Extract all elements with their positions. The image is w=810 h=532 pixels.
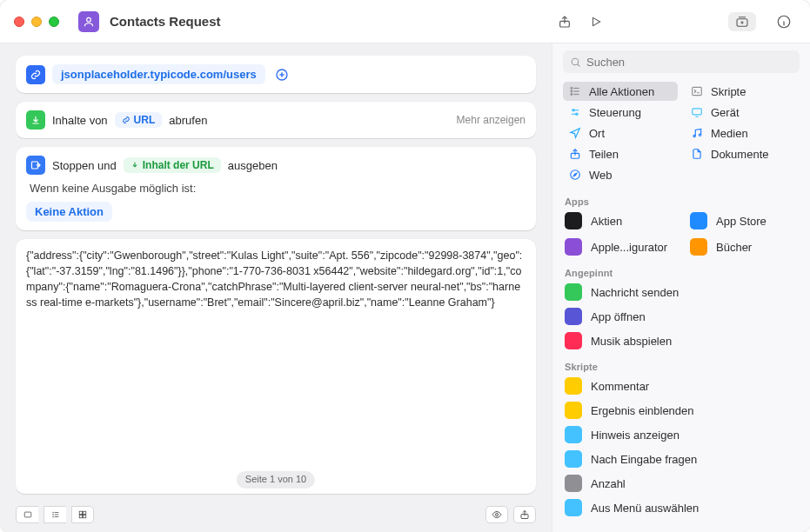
search-input[interactable] (586, 56, 793, 69)
bottom-toolbar (16, 502, 536, 523)
action-icon (565, 308, 582, 325)
location-icon (568, 126, 582, 140)
category-steuerung[interactable]: Steuerung (563, 103, 678, 122)
app-icon (565, 212, 582, 229)
action-icon (565, 402, 582, 419)
svg-rect-14 (83, 515, 85, 517)
svg-rect-7 (24, 512, 31, 517)
action-hinweis-anzeigen[interactable]: Hinweis anzeigen (552, 422, 810, 447)
download-icon (26, 110, 45, 130)
stop-post: ausgeben (228, 159, 278, 172)
action-musik-abspielen[interactable]: Musik abspielen (552, 329, 810, 353)
action-icon (565, 499, 582, 516)
category-gerät[interactable]: Gerät (685, 103, 800, 122)
close-button[interactable] (14, 17, 24, 27)
url-action-block[interactable]: jsonplaceholder.typicode.com/users (16, 56, 536, 93)
category-alle-aktionen[interactable]: Alle Aktionen (563, 82, 678, 101)
action-icon (565, 475, 582, 492)
link-icon (26, 65, 45, 84)
svg-point-10 (52, 516, 53, 517)
doc-icon (690, 147, 704, 161)
svg-rect-21 (693, 87, 702, 95)
stop-output-action-block[interactable]: Stoppen und Inhalt der URL ausgeben Wenn… (16, 147, 536, 230)
svg-point-0 (87, 17, 91, 22)
view-list-button[interactable] (44, 506, 66, 523)
svg-point-20 (571, 94, 572, 96)
app-icon (690, 212, 707, 229)
action-nach-eingabe-fragen[interactable]: Nach Eingabe fragen (552, 447, 810, 471)
action-anzahl[interactable]: Anzahl (552, 471, 810, 495)
category-web[interactable]: Web (563, 165, 678, 184)
show-more-button[interactable]: Mehr anzeigen (457, 114, 525, 126)
category-grid: Alle AktionenSkripteSteuerungGerätOrtMed… (552, 80, 810, 191)
category-skripte[interactable]: Skripte (685, 82, 800, 101)
result-preview: {"address":{"city":"Gwenborough","street… (16, 239, 536, 494)
window-title: Contacts Request (110, 14, 221, 29)
share-button[interactable] (552, 12, 577, 31)
stop-pre: Stoppen und (52, 159, 117, 172)
action-icon (565, 377, 582, 395)
section-pinned-label: Angepinnt (552, 263, 810, 280)
category-medien[interactable]: Medien (685, 123, 800, 143)
sliders-icon (568, 105, 582, 119)
app-b-cher[interactable]: Bücher (685, 235, 803, 259)
terminal-icon (690, 84, 704, 98)
device-icon (690, 105, 704, 119)
workflow-editor: jsonplaceholder.typicode.com/users Inhal… (0, 43, 552, 532)
no-action-button[interactable]: Keine Aktion (26, 202, 112, 222)
action-aus-men-ausw-hlen[interactable]: Aus Menü auswählen (552, 495, 810, 520)
action-ergebnis-einblenden[interactable]: Ergebnis einblenden (552, 398, 810, 422)
app-app-store[interactable]: App Store (685, 209, 803, 233)
url-variable-token[interactable]: URL (115, 112, 163, 128)
view-grid-button[interactable] (71, 506, 94, 523)
list-icon (568, 84, 582, 98)
svg-point-28 (571, 170, 580, 180)
category-dokumente[interactable]: Dokumente (685, 144, 800, 163)
svg-point-9 (52, 515, 53, 515)
app-apple-igurator[interactable]: Apple...igurator (559, 235, 678, 259)
share-result-button[interactable] (513, 506, 536, 523)
url-value[interactable]: jsonplaceholder.typicode.com/users (52, 64, 265, 84)
get-contents-action-block[interactable]: Inhalte von URL abrufen Mehr anzeigen (16, 102, 536, 138)
svg-point-8 (52, 512, 53, 513)
result-json-text: {"address":{"city":"Gwenborough","street… (26, 248, 525, 311)
zoom-button[interactable] (49, 17, 59, 27)
shortcut-app-icon (78, 11, 99, 32)
svg-rect-11 (79, 511, 82, 514)
action-nachricht-senden[interactable]: Nachricht senden (552, 280, 810, 304)
category-teilen[interactable]: Teilen (563, 144, 678, 163)
view-single-button[interactable] (16, 506, 38, 523)
minimize-button[interactable] (31, 17, 42, 27)
category-ort[interactable]: Ort (563, 123, 678, 143)
page-indicator: Seite 1 von 10 (237, 471, 315, 489)
no-output-label: Wenn keine Ausgabe möglich ist: (26, 182, 525, 195)
get-contents-post: abrufen (169, 114, 207, 127)
section-apps-label: Apps (552, 191, 810, 209)
share-icon (568, 147, 582, 161)
output-icon (26, 156, 45, 175)
url-content-variable-token[interactable]: Inhalt der URL (124, 157, 221, 173)
app-icon (565, 238, 582, 256)
action-icon (565, 332, 582, 349)
search-field[interactable] (563, 50, 800, 73)
svg-point-15 (496, 514, 499, 516)
svg-rect-24 (693, 109, 702, 115)
run-button[interactable] (584, 12, 608, 31)
app-icon (690, 238, 707, 256)
svg-point-18 (571, 88, 572, 90)
quicklook-button[interactable] (485, 506, 508, 523)
svg-point-26 (699, 134, 700, 136)
action-kommentar[interactable]: Kommentar (552, 374, 810, 398)
safari-icon (568, 168, 582, 182)
actions-sidebar: Alle AktionenSkripteSteuerungGerätOrtMed… (552, 43, 810, 532)
app-aktien[interactable]: Aktien (559, 209, 678, 233)
info-button[interactable] (772, 12, 796, 31)
add-url-button[interactable] (272, 65, 291, 84)
library-button[interactable] (728, 12, 756, 31)
action-app-ffnen[interactable]: App öffnen (552, 304, 810, 329)
svg-rect-13 (79, 515, 82, 517)
svg-point-25 (693, 135, 695, 136)
svg-marker-2 (593, 17, 600, 25)
section-scripts-label: Skripte (552, 356, 810, 374)
window-controls (14, 17, 59, 27)
